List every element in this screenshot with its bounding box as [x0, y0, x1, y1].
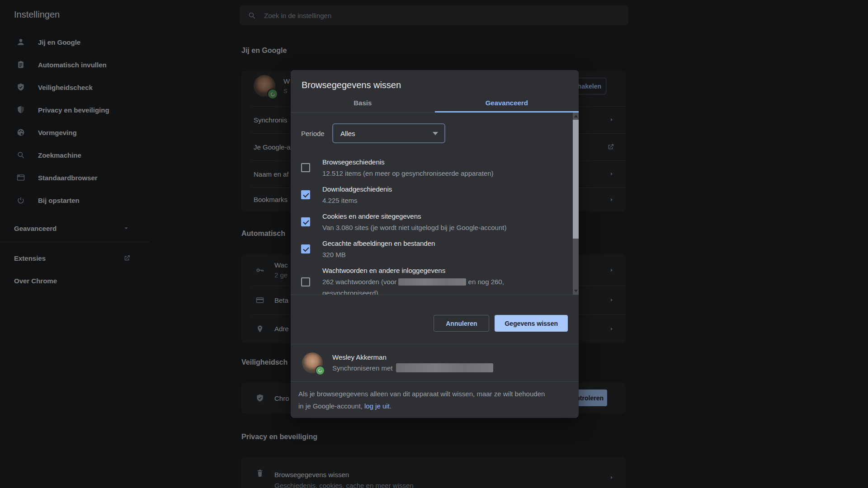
cookies-checkbox[interactable]	[301, 217, 310, 226]
dropdown-arrow-icon	[433, 132, 438, 135]
item-title: Downloadgeschiedenis	[322, 183, 392, 195]
item-subtitle: gesynchroniseerd)	[322, 287, 504, 295]
download-history-checkbox[interactable]	[301, 190, 310, 199]
list-item-cookies: Cookies en andere sitegegevens Van 3.080…	[301, 208, 564, 235]
list-item-download-history: Downloadgeschiedenis 4.225 items	[301, 181, 564, 208]
scrollbar-down-arrow-icon[interactable]	[574, 290, 578, 292]
period-dropdown-value: Alles	[340, 130, 355, 137]
redacted-site-name	[398, 278, 466, 286]
data-type-list: Browsegeschiedenis 12.512 items (en meer…	[301, 154, 564, 295]
account-name: Wesley Akkerman	[332, 353, 493, 361]
clear-browsing-data-dialog: Browsegegevens wissen Basis Geavanceerd …	[291, 70, 579, 418]
dialog-tabs: Basis Geavanceerd	[291, 94, 579, 113]
footer-text: in je Google-account,	[298, 402, 364, 410]
item-title: Wachtwoorden en andere inloggegevens	[322, 265, 504, 276]
period-label: Periode	[301, 130, 332, 137]
item-title: Cookies en andere sitegegevens	[322, 211, 506, 222]
cancel-button[interactable]: Annuleren	[434, 315, 489, 332]
list-item-cached-files: Gecachte afbeeldingen en bestanden 320 M…	[301, 235, 564, 263]
cached-files-checkbox[interactable]	[301, 244, 310, 253]
scrollbar-thumb[interactable]	[573, 120, 579, 239]
dialog-footer-note: Als je browsegegevens alleen van dit app…	[291, 382, 579, 412]
tab-advanced[interactable]: Geavanceerd	[435, 94, 579, 112]
item-title: Gecachte afbeeldingen en bestanden	[322, 238, 435, 249]
browsing-history-checkbox[interactable]	[301, 163, 310, 172]
item-subtitle: Van 3.080 sites (je wordt niet uitgelogd…	[322, 222, 506, 233]
passwords-checkbox[interactable]	[301, 277, 310, 286]
dialog-title: Browsegegevens wissen	[291, 70, 579, 91]
sync-badge-icon	[315, 366, 325, 375]
chrome-settings-page: Instellingen Jij en Google	[0, 0, 868, 488]
account-sync-status: Synchroniseren met	[332, 363, 493, 372]
footer-text: Als je browsegegevens alleen van dit app…	[298, 390, 545, 398]
dialog-account-row: Wesley Akkerman Synchroniseren met	[291, 344, 579, 382]
account-avatar	[302, 352, 323, 373]
dialog-actions: Annuleren Gegevens wissen	[291, 295, 579, 344]
clear-data-button[interactable]: Gegevens wissen	[495, 315, 568, 332]
list-item-browsing-history: Browsegeschiedenis 12.512 items (en meer…	[301, 154, 564, 181]
sign-out-link[interactable]: log je uit	[364, 402, 390, 410]
item-subtitle: 262 wachtwoorden (voor en nog 260,	[322, 276, 504, 287]
footer-text: .	[390, 402, 392, 410]
dialog-scrollbar[interactable]	[573, 113, 579, 295]
tab-basic[interactable]: Basis	[291, 94, 435, 112]
item-title: Browsegeschiedenis	[322, 156, 494, 168]
period-dropdown[interactable]: Alles	[332, 123, 445, 143]
dialog-scroll-body: Periode Alles Browsegeschiedenis 12.512 …	[291, 113, 579, 295]
list-item-passwords: Wachtwoorden en andere inloggegevens 262…	[301, 263, 564, 295]
item-subtitle: 320 MB	[322, 249, 435, 260]
period-row: Periode Alles	[301, 123, 564, 143]
item-subtitle: 12.512 items (en meer op gesynchroniseer…	[322, 168, 494, 179]
redacted-account-email	[396, 363, 493, 372]
scrollbar-up-arrow-icon[interactable]	[574, 115, 578, 117]
item-subtitle: 4.225 items	[322, 195, 392, 206]
